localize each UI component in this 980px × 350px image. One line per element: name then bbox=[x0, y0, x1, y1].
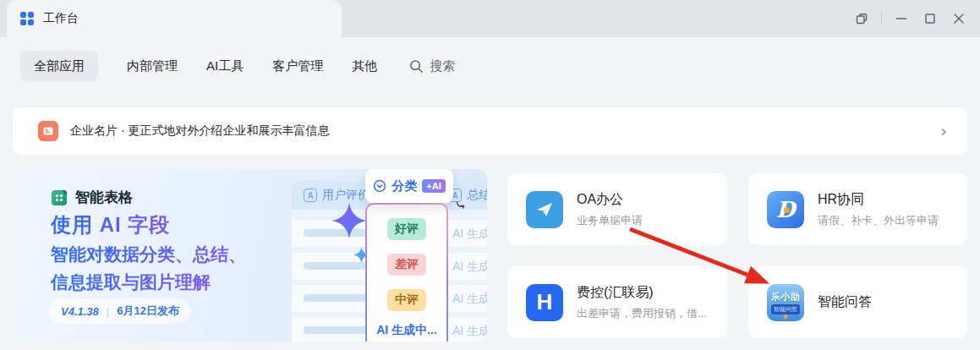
promo-line2: 智能对数据分类、总结、 bbox=[51, 243, 246, 266]
version-number: V4.1.38 bbox=[61, 305, 99, 318]
minimize-icon[interactable] bbox=[887, 4, 916, 33]
app-card-text: 智能问答 bbox=[818, 293, 872, 311]
tab-all-apps[interactable]: 全部应用 bbox=[20, 51, 98, 82]
app-desc: 出差申请，费用报销，借... bbox=[577, 306, 707, 321]
classify-popup: 分类 +AI bbox=[365, 169, 453, 203]
ai-generated-cell: AI 生成 bbox=[452, 324, 487, 339]
close-icon[interactable] bbox=[944, 4, 973, 33]
paper-plane-icon bbox=[526, 191, 563, 228]
controls-divider bbox=[881, 12, 882, 25]
app-card-qa[interactable]: 乐小助 智能问答 智能问答 bbox=[748, 266, 967, 338]
ai-generated-cell: AI 生成 bbox=[452, 260, 487, 275]
chevron-right-icon: › bbox=[940, 123, 947, 139]
app-card-text: 费控(汇联易) 出差申请，费用报销，借... bbox=[577, 284, 707, 321]
tab-internal-management[interactable]: 内部管理 bbox=[127, 58, 178, 74]
window-title: 工作台 bbox=[43, 11, 79, 26]
workbench-window-tab[interactable]: 工作台 bbox=[7, 0, 342, 37]
app-card-hr[interactable]: D HR协同 请假、补卡、外出等申请 bbox=[748, 173, 967, 245]
smart-table-icon bbox=[51, 189, 68, 206]
app-name: 费控(汇联易) bbox=[577, 284, 707, 302]
app-name: OA办公 bbox=[577, 191, 643, 209]
workbench-grid-icon bbox=[20, 12, 34, 25]
field-type-icon: A bbox=[304, 189, 317, 202]
skeleton-bar bbox=[304, 294, 366, 302]
business-card-icon bbox=[38, 121, 58, 141]
main-surface: 全部应用 内部管理 AI工具 客户管理 其他 搜索 企业名片 · 更正式地对外介… bbox=[0, 37, 980, 350]
curved-down-arrow-icon bbox=[456, 201, 466, 210]
skeleton-bar bbox=[304, 326, 366, 334]
tag-positive: 好评 bbox=[387, 218, 426, 240]
window-controls bbox=[847, 2, 973, 36]
version-badge: V4.1.38 | 6月12日发布 bbox=[49, 298, 191, 324]
tab-customer-management[interactable]: 客户管理 bbox=[272, 58, 323, 74]
ai-generating-label: AI 生成中... bbox=[376, 323, 437, 338]
titlebar: 工作台 bbox=[0, 0, 980, 37]
ai-generated-cell: AI 生成 bbox=[452, 292, 487, 307]
maximize-icon[interactable] bbox=[916, 4, 944, 33]
app-card-oa[interactable]: OA办公 业务单据申请 bbox=[507, 173, 727, 245]
app-name: 智能问答 bbox=[818, 293, 872, 311]
tab-ai-tools[interactable]: AI工具 bbox=[206, 58, 244, 74]
app-desc: 请假、补卡、外出等申请 bbox=[818, 213, 939, 228]
promo-headline: 使用 AI 字段 bbox=[51, 211, 170, 238]
search-label: 搜索 bbox=[430, 58, 455, 74]
classification-panel: 好评 差评 中评 AI 生成中... bbox=[365, 203, 448, 342]
review-column-label: 用户评价 bbox=[322, 188, 370, 203]
classify-circle-icon bbox=[373, 179, 386, 193]
ai-badge: +AI bbox=[422, 179, 445, 193]
letter-h-icon: H bbox=[526, 284, 563, 321]
promo-app-name: 智能表格 bbox=[75, 188, 133, 207]
app-card-text: OA办公 业务单据申请 bbox=[577, 191, 643, 228]
summary-column-label: 总结 bbox=[467, 188, 487, 203]
hr-d-logo-icon: D bbox=[767, 191, 804, 228]
skeleton-bar bbox=[304, 262, 366, 270]
lexiaozhu-mascot-icon: 乐小助 智能问答 bbox=[767, 284, 804, 321]
promo-line3: 信息提取与图片理解 bbox=[51, 271, 211, 294]
classify-label: 分类 bbox=[391, 178, 417, 194]
review-column-tag: A 用户评价 bbox=[304, 188, 370, 203]
search-button[interactable]: 搜索 bbox=[409, 58, 455, 74]
tab-other[interactable]: 其他 bbox=[352, 58, 377, 74]
tag-negative: 差评 bbox=[387, 254, 426, 276]
banner-text: 企业名片 · 更正式地对外介绍企业和展示丰富信息 bbox=[70, 123, 329, 139]
promo-header: 智能表格 bbox=[51, 188, 133, 207]
tag-neutral: 中评 bbox=[387, 289, 426, 311]
ai-generated-cell: AI 生成 bbox=[452, 227, 487, 242]
app-card-text: HR协同 请假、补卡、外出等申请 bbox=[818, 191, 939, 228]
app-window: 工作台 全部应用 内部管理 AI工具 客户管理 其他 bbox=[0, 0, 980, 350]
category-tab-bar: 全部应用 内部管理 AI工具 客户管理 其他 搜索 bbox=[20, 51, 455, 82]
summary-column-tag: A 总结 bbox=[448, 188, 487, 203]
app-desc: 业务单据申请 bbox=[577, 213, 643, 228]
app-card-expense[interactable]: H 费控(汇联易) 出差申请，费用报销，借... bbox=[507, 266, 727, 338]
release-date: 6月12日发布 bbox=[117, 304, 179, 319]
business-card-banner[interactable]: 企业名片 · 更正式地对外介绍企业和展示丰富信息 › bbox=[13, 107, 967, 155]
version-separator: | bbox=[107, 305, 109, 318]
smart-table-promo-card[interactable]: 智能表格 使用 AI 字段 智能对数据分类、总结、 信息提取与图片理解 V4.1… bbox=[17, 169, 487, 342]
search-icon bbox=[409, 59, 424, 74]
app-name: HR协同 bbox=[818, 191, 939, 209]
popout-window-icon[interactable] bbox=[847, 4, 876, 33]
sparkle-star-icon bbox=[331, 203, 367, 238]
